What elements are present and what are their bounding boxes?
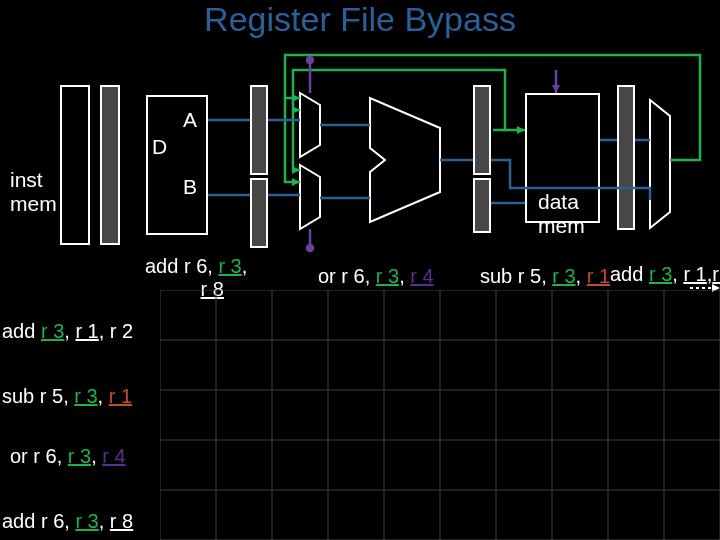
svg-marker-2 [300, 165, 320, 229]
svg-marker-8 [517, 126, 525, 134]
regfile [146, 95, 208, 235]
port-a: A [183, 108, 197, 132]
pipe-reg-if [100, 85, 120, 245]
pipe-reg-id-a [250, 85, 268, 175]
prog-0: add r 3, r 1, r 2 [2, 320, 133, 343]
pipe-reg-ex-a [473, 85, 491, 175]
timing-grid [160, 290, 720, 540]
prog-2: or r 6, r 3, r 4 [10, 445, 126, 468]
svg-marker-6 [292, 166, 300, 174]
pipe-reg-id-b [250, 178, 268, 248]
pl-stage-ex: or r 6, r 3, r 4 [318, 265, 434, 288]
port-d: D [152, 135, 167, 159]
svg-point-10 [307, 245, 313, 251]
svg-marker-3 [370, 98, 440, 222]
svg-marker-7 [292, 178, 300, 186]
data-mem-label: data mem [538, 190, 585, 238]
svg-marker-5 [292, 106, 300, 114]
page-title: Register File Bypass [0, 0, 720, 39]
prog-1: sub r 5, r 3, r 1 [2, 385, 132, 408]
prog-3: add r 6, r 3, r 8 [2, 510, 133, 533]
pl-stage-wb: add r 3, r 1,r 2 [610, 263, 720, 286]
svg-marker-11 [552, 85, 560, 93]
inst-mem-label: inst mem [10, 168, 57, 216]
svg-marker-4 [292, 94, 300, 102]
svg-marker-1 [300, 93, 320, 157]
pipe-reg-ex-b [473, 178, 491, 233]
pipe-reg-mem [617, 85, 635, 230]
svg-point-9 [307, 57, 313, 63]
pl-stage-mem: sub r 5, r 3, r 1 [480, 265, 610, 288]
inst-mem [60, 85, 90, 245]
port-b: B [183, 175, 197, 199]
svg-marker-0 [650, 100, 670, 228]
